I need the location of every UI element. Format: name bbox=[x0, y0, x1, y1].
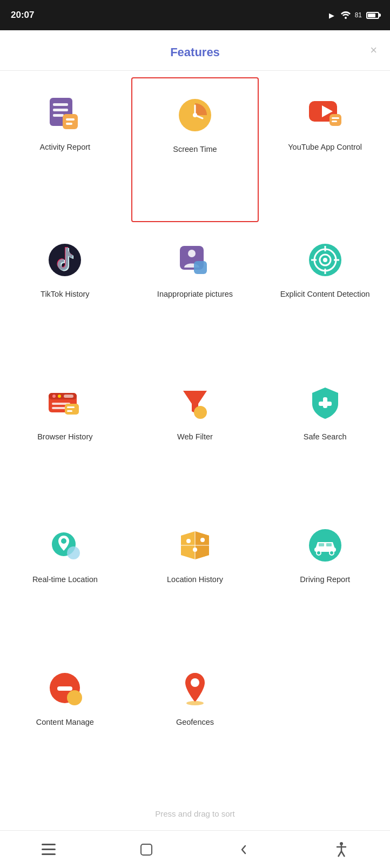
nav-bar bbox=[0, 830, 390, 868]
svg-point-40 bbox=[194, 406, 207, 419]
battery-icon bbox=[366, 12, 379, 19]
svg-rect-64 bbox=[42, 844, 56, 845]
driving-label: Driving Report bbox=[300, 575, 350, 585]
svg-rect-38 bbox=[67, 410, 72, 412]
nav-menu-button[interactable] bbox=[35, 836, 62, 863]
inappropriate-icon bbox=[173, 238, 217, 282]
svg-rect-7 bbox=[66, 123, 72, 125]
svg-point-68 bbox=[340, 842, 343, 845]
driving-icon bbox=[304, 524, 347, 567]
close-button[interactable]: × bbox=[370, 44, 377, 56]
svg-rect-58 bbox=[326, 543, 332, 546]
svg-rect-20 bbox=[194, 261, 207, 274]
feature-item-location-history[interactable]: Location History bbox=[130, 509, 260, 651]
feature-item-tiktok[interactable]: TikTok History bbox=[0, 223, 130, 366]
browser-label: Browser History bbox=[37, 432, 92, 443]
header: Features × bbox=[0, 30, 390, 71]
feature-item-browser[interactable]: Browser History bbox=[0, 366, 130, 509]
svg-rect-33 bbox=[64, 395, 73, 398]
svg-rect-35 bbox=[52, 407, 66, 409]
wifi-icon bbox=[341, 10, 351, 20]
feature-item-youtube[interactable]: YouTube App Control bbox=[260, 76, 390, 223]
status-bar: 20:07 ▶ 81 bbox=[0, 0, 390, 30]
geofences-label: Geofences bbox=[176, 717, 214, 728]
svg-rect-37 bbox=[67, 406, 75, 408]
feature-item-webfilter[interactable]: Web Filter bbox=[130, 366, 260, 509]
svg-rect-5 bbox=[63, 114, 78, 129]
feature-item-geofences[interactable]: Geofences bbox=[130, 651, 260, 794]
location-history-icon bbox=[173, 524, 217, 567]
nav-accessibility-button[interactable] bbox=[328, 836, 355, 863]
location-history-label: Location History bbox=[167, 575, 223, 585]
nav-back-button[interactable] bbox=[230, 836, 257, 863]
status-time: 20:07 bbox=[11, 10, 34, 21]
svg-rect-14 bbox=[330, 114, 341, 126]
svg-point-62 bbox=[191, 678, 199, 687]
geofences-icon bbox=[173, 666, 217, 710]
webfilter-label: Web Filter bbox=[177, 432, 213, 443]
svg-point-45 bbox=[67, 546, 80, 559]
svg-rect-16 bbox=[332, 121, 337, 122]
webfilter-icon bbox=[173, 381, 217, 424]
svg-rect-15 bbox=[332, 117, 339, 119]
svg-point-31 bbox=[52, 395, 56, 398]
safesearch-label: Safe Search bbox=[304, 432, 347, 443]
svg-point-32 bbox=[58, 395, 61, 398]
svg-point-0 bbox=[345, 17, 347, 19]
svg-rect-36 bbox=[65, 404, 79, 415]
svg-point-24 bbox=[323, 258, 327, 262]
explicit-label: Explicit Content Detection bbox=[280, 289, 370, 300]
youtube-icon bbox=[304, 91, 347, 135]
svg-rect-3 bbox=[53, 109, 68, 111]
activity-report-label: Activity Report bbox=[40, 142, 90, 153]
svg-point-50 bbox=[186, 539, 191, 543]
feature-item-realtime[interactable]: Real-time Location bbox=[0, 509, 130, 651]
screen-time-icon bbox=[173, 94, 217, 137]
tiktok-label: TikTok History bbox=[41, 289, 90, 300]
activity-report-icon bbox=[43, 91, 86, 135]
svg-line-71 bbox=[338, 851, 341, 857]
feature-item-screen-time[interactable]: Screen Time bbox=[131, 77, 259, 222]
svg-point-63 bbox=[186, 701, 204, 705]
main-content: Features × Activity Report bbox=[0, 30, 390, 830]
feature-item-driving[interactable]: Driving Report bbox=[260, 509, 390, 651]
feature-item-safesearch[interactable]: Safe Search bbox=[260, 366, 390, 509]
svg-rect-2 bbox=[53, 103, 68, 106]
realtime-icon bbox=[43, 524, 86, 567]
nav-home-button[interactable] bbox=[133, 836, 160, 863]
svg-rect-57 bbox=[319, 543, 324, 546]
content-label: Content Manage bbox=[36, 717, 94, 728]
svg-point-19 bbox=[188, 250, 196, 257]
svg-point-55 bbox=[317, 551, 321, 555]
svg-point-51 bbox=[193, 547, 197, 552]
feature-item-explicit[interactable]: Explicit Content Detection bbox=[260, 223, 390, 366]
screen-time-label: Screen Time bbox=[173, 144, 217, 155]
svg-point-44 bbox=[61, 538, 66, 544]
feature-item-activity-report[interactable]: Activity Report bbox=[0, 76, 130, 223]
svg-point-61 bbox=[67, 690, 82, 705]
realtime-label: Real-time Location bbox=[32, 575, 98, 585]
svg-point-56 bbox=[330, 551, 334, 555]
features-grid: Activity Report Screen Time bbox=[0, 71, 390, 799]
svg-rect-60 bbox=[57, 686, 72, 691]
svg-rect-42 bbox=[319, 402, 332, 406]
content-icon bbox=[43, 666, 86, 710]
explicit-icon bbox=[304, 238, 347, 282]
battery-percent: 81 bbox=[355, 11, 362, 19]
page-title: Features bbox=[170, 45, 220, 59]
svg-rect-65 bbox=[42, 849, 56, 850]
drag-hint: Press and drag to sort bbox=[0, 799, 390, 830]
svg-rect-4 bbox=[53, 114, 64, 117]
feature-item-inappropriate[interactable]: Inappropriate pictures bbox=[130, 223, 260, 366]
inappropriate-label: Inappropriate pictures bbox=[157, 289, 233, 300]
svg-rect-66 bbox=[42, 853, 56, 855]
youtube-status-icon: ▶ bbox=[327, 10, 337, 20]
status-icons: ▶ 81 bbox=[327, 10, 379, 20]
browser-icon bbox=[43, 381, 86, 424]
youtube-label: YouTube App Control bbox=[288, 142, 362, 153]
safesearch-icon bbox=[304, 381, 347, 424]
feature-item-content[interactable]: Content Manage bbox=[0, 651, 130, 794]
svg-line-72 bbox=[341, 851, 345, 857]
svg-rect-6 bbox=[66, 118, 75, 121]
tiktok-icon bbox=[43, 238, 86, 282]
